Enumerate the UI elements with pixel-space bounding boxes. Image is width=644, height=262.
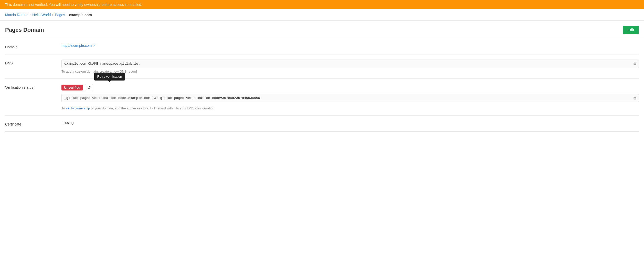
domain-link[interactable]: http://example.com ↗ [61, 43, 95, 48]
domain-row: Domain http://example.com ↗ [5, 38, 639, 54]
copy-icon: ⧉ [634, 62, 636, 66]
breadcrumb-sep-3: › [67, 13, 68, 17]
domain-value: http://example.com ↗ [61, 43, 639, 48]
dns-label: DNS [5, 60, 51, 65]
retry-verification-button[interactable]: ↺ [85, 84, 93, 91]
breadcrumb-item-marcia[interactable]: Marcia Ramos [5, 13, 28, 17]
verification-code-input[interactable] [61, 94, 639, 102]
breadcrumb: Marcia Ramos › Hello World › Pages › exa… [0, 9, 644, 21]
certificate-row: Certificate missing [5, 116, 639, 132]
verification-row: Verification status Unverified Retry ver… [5, 79, 639, 116]
verification-label: Verification status [5, 84, 51, 89]
banner-text: This domain is not verified. You will ne… [5, 3, 142, 7]
dns-row: DNS ⧉ To add a custom domain, create a n… [5, 54, 639, 79]
retry-wrapper: Retry verification ↺ ☞ [85, 84, 93, 91]
breadcrumb-sep-1: › [30, 13, 31, 17]
dns-helper-text: To add a custom domain, create a new DNS… [61, 70, 639, 73]
certificate-value: missing [61, 119, 73, 125]
edit-button[interactable]: Edit [623, 26, 639, 34]
verification-copy-button[interactable]: ⧉ [632, 95, 637, 101]
dns-input[interactable] [61, 60, 639, 68]
breadcrumb-current: example.com [69, 13, 92, 17]
dns-input-wrapper: ⧉ [61, 60, 639, 68]
external-link-icon: ↗ [93, 44, 95, 47]
unverified-badge: Unverified [61, 85, 83, 90]
verify-ownership-link[interactable]: verify ownership [66, 106, 90, 110]
verification-banner: This domain is not verified. You will ne… [0, 0, 644, 9]
domain-label: Domain [5, 43, 51, 49]
domain-link-text: http://example.com [61, 43, 92, 48]
badge-row: Unverified Retry verification ↺ ☞ [61, 84, 639, 91]
page-title: Pages Domain [5, 27, 44, 33]
dns-value-area: ⧉ To add a custom domain, create a new D… [61, 60, 639, 73]
certificate-label: Certificate [5, 121, 51, 126]
breadcrumb-item-hello-world[interactable]: Hello World [32, 13, 51, 17]
content-area: Domain http://example.com ↗ DNS ⧉ To add… [0, 38, 644, 132]
verification-helper: To verify ownership of your domain, add … [61, 106, 639, 110]
verification-code-wrapper: ⧉ [61, 94, 639, 102]
retry-icon: ↺ [87, 85, 91, 90]
copy-icon-2: ⧉ [634, 96, 636, 100]
breadcrumb-sep-2: › [52, 13, 53, 17]
verification-value-area: Unverified Retry verification ↺ ☞ ⧉ [61, 84, 639, 110]
certificate-value-area: missing [61, 121, 639, 125]
verification-area: Unverified Retry verification ↺ ☞ ⧉ [61, 84, 639, 110]
dns-copy-button[interactable]: ⧉ [632, 61, 637, 67]
page-header: Pages Domain Edit [0, 21, 644, 38]
breadcrumb-item-pages[interactable]: Pages [55, 13, 65, 17]
